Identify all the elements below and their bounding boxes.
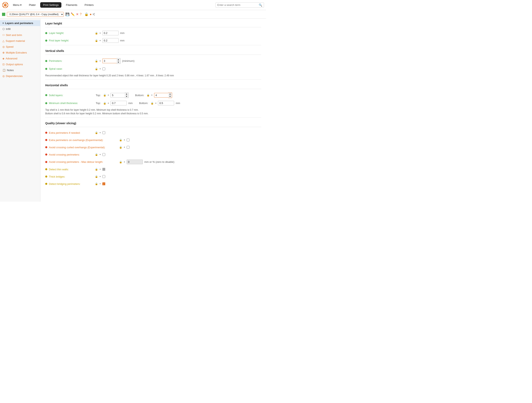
solid-layers-bottom-lock[interactable]: 🔒 xyxy=(147,94,150,96)
min-shell-top-unit: mm xyxy=(128,102,133,105)
perimeters-lock[interactable]: 🔓 xyxy=(95,60,98,62)
min-shell-top-lock[interactable]: 🔒 xyxy=(103,102,106,105)
search-input[interactable] xyxy=(217,3,258,6)
avoid-crossing-perimeters-checkbox[interactable] xyxy=(102,153,105,156)
sidebar-item-support-material[interactable]: △ Support material xyxy=(0,38,40,44)
avoid-crossing-max-suffix: mm or % (zero to disable) xyxy=(144,160,175,163)
extra-perimeters-lock[interactable]: 🔒 xyxy=(95,131,98,134)
extra-perimeters-overhang-checkbox[interactable] xyxy=(127,139,129,141)
avoid-crossing-perimeters-lock[interactable]: 🔒 xyxy=(95,153,98,156)
branch-icon[interactable]: ⑆ xyxy=(93,13,95,16)
main-layout: ≡ Layers and perimeters ⬡ Infill ⬭ Skirt… xyxy=(0,19,266,202)
app-logo xyxy=(2,2,8,8)
min-shell-label: Minimum shell thickness: xyxy=(49,102,93,105)
avoid-crossing-perimeters-row: Avoid crossing perimeters: 🔒 • xyxy=(45,151,261,158)
avoid-crossing-max-input[interactable] xyxy=(127,160,143,164)
avoid-crossing-curled-status-dot xyxy=(45,146,47,148)
solid-layers-top-increment[interactable]: ▲ xyxy=(125,93,128,95)
save-icon[interactable]: 💾 xyxy=(65,12,70,16)
search-icon: 🔍 xyxy=(259,3,262,7)
menu-button[interactable]: Menu ▾ xyxy=(10,2,25,8)
sidebar-item-label: Layers and perimeters xyxy=(5,22,33,25)
first-layer-height-lock[interactable]: 🔒 xyxy=(95,39,98,42)
perimeters-spinner: ▲ ▼ xyxy=(102,58,120,64)
perimeters-increment[interactable]: ▲ xyxy=(117,58,120,61)
min-shell-bottom-bullet: • xyxy=(155,102,157,105)
thick-bridges-checkbox[interactable] xyxy=(102,175,105,178)
sidebar-item-notes[interactable]: 📋 Notes xyxy=(0,67,40,73)
solid-layers-top-spinner: ▲ ▼ xyxy=(110,93,129,98)
min-shell-status-dot xyxy=(45,102,47,104)
spiral-vase-checkbox[interactable] xyxy=(102,67,105,70)
sidebar-item-label: Skirt and brim xyxy=(6,33,22,37)
infill-icon: ⬡ xyxy=(2,27,5,31)
sidebar-item-dependencies[interactable]: ◎ Dependencies xyxy=(0,73,40,79)
lock-icon-bar[interactable]: 🔒 xyxy=(84,12,89,16)
sidebar-item-label: Support material xyxy=(6,39,25,42)
solid-layers-top-lock[interactable]: 🔒 xyxy=(103,94,106,96)
layer-height-status-dot xyxy=(45,32,47,34)
solid-layers-bottom-input[interactable] xyxy=(154,93,168,98)
avoid-crossing-curled-bullet: • xyxy=(124,146,125,149)
extra-perimeters-status-dot xyxy=(45,132,47,134)
support-icon: △ xyxy=(2,39,4,42)
profile-selector[interactable]: 0.20mm QUALITY @XL 0.4 - Copy (modified) xyxy=(7,12,64,17)
layer-height-unit: mm xyxy=(120,32,125,35)
print-settings-button[interactable]: Print Settings xyxy=(40,2,61,8)
detect-bridging-row: Detect bridging perimeters: 🔒 • ✓ xyxy=(45,180,261,187)
min-shell-bottom-label: Bottom: xyxy=(139,102,148,105)
solid-layers-top-decrement[interactable]: ▼ xyxy=(125,95,128,98)
detect-bridging-lock[interactable]: 🔒 xyxy=(95,182,98,185)
perimeters-label: Perimeters: xyxy=(49,59,93,62)
perimeters-input[interactable] xyxy=(102,58,117,63)
avoid-crossing-curled-lock[interactable]: 🔒 xyxy=(119,146,122,149)
speed-icon: ◎ xyxy=(2,45,5,48)
layer-height-label: Layer height: xyxy=(49,32,93,35)
sidebar-item-output-options[interactable]: ⊡ Output options xyxy=(0,61,40,67)
filaments-button[interactable]: Filaments xyxy=(63,2,80,8)
help-icon[interactable]: ? xyxy=(80,13,82,16)
spiral-vase-lock[interactable]: 🔒 xyxy=(95,67,98,70)
extra-perimeters-checkbox[interactable] xyxy=(102,131,105,134)
detect-bridging-checkbox[interactable]: ✓ xyxy=(102,182,105,185)
thick-bridges-lock[interactable]: 🔒 xyxy=(95,175,98,178)
extra-perimeters-overhang-lock[interactable]: 🔒 xyxy=(119,139,122,141)
layer-height-lock[interactable]: 🔒 xyxy=(95,32,98,35)
thick-bridges-status-dot xyxy=(45,176,47,178)
sidebar-item-label: Dependencies xyxy=(6,75,23,77)
min-shell-top-input[interactable] xyxy=(110,101,127,105)
avoid-crossing-curled-checkbox[interactable] xyxy=(127,146,129,149)
detect-thin-walls-checkbox[interactable] xyxy=(102,168,105,171)
first-layer-height-input[interactable] xyxy=(102,38,119,43)
sidebar-item-layers-perimeters[interactable]: ≡ Layers and perimeters xyxy=(0,20,40,26)
sidebar-item-speed[interactable]: ◎ Speed xyxy=(0,44,40,50)
spiral-vase-row: Spiral vase: 🔒 • xyxy=(45,65,261,72)
avoid-crossing-max-status-dot xyxy=(45,161,47,163)
detect-thin-walls-lock[interactable]: 🔒 xyxy=(95,168,98,171)
perimeters-bullet: • xyxy=(100,59,101,63)
printers-button[interactable]: Printers xyxy=(82,2,96,8)
quality-section-title: Quality (slower slicing) xyxy=(45,118,261,127)
solid-layers-bottom-spinner: ▲ ▼ xyxy=(154,93,172,98)
solid-layers-bottom-increment[interactable]: ▲ xyxy=(168,93,172,95)
edit-icon[interactable]: ✏️ xyxy=(71,12,75,16)
min-shell-bottom-input[interactable] xyxy=(158,101,174,105)
perimeters-decrement[interactable]: ▼ xyxy=(117,61,120,64)
sidebar-item-label: Speed xyxy=(6,45,13,48)
min-shell-thickness-row: Minimum shell thickness: Top: 🔒 • mm Bot… xyxy=(45,99,261,107)
min-shell-bottom-unit: mm xyxy=(176,102,180,105)
sidebar-item-multiple-extruders[interactable]: ⊕ Multiple Extruders xyxy=(0,50,40,56)
detect-bridging-status-dot xyxy=(45,183,47,185)
sidebar-item-infill[interactable]: ⬡ Infill xyxy=(0,26,40,32)
content-area: Layer height Layer height: 🔒 • mm First … xyxy=(40,19,266,202)
solid-layers-bottom-decrement[interactable]: ▼ xyxy=(168,95,172,98)
close-icon[interactable]: ✕ xyxy=(76,12,79,16)
layer-height-input[interactable] xyxy=(102,31,119,35)
plater-button[interactable]: Plater xyxy=(26,2,38,8)
min-shell-bottom-lock[interactable]: 🔒 xyxy=(151,102,154,105)
solid-layers-top-input[interactable] xyxy=(110,93,125,98)
advanced-icon: ◈ xyxy=(2,57,4,60)
sidebar-item-skirt-brim[interactable]: ⬭ Skirt and brim xyxy=(0,32,40,38)
avoid-crossing-max-lock[interactable]: 🔒 xyxy=(119,160,122,163)
sidebar-item-advanced[interactable]: ◈ Advanced xyxy=(0,56,40,61)
